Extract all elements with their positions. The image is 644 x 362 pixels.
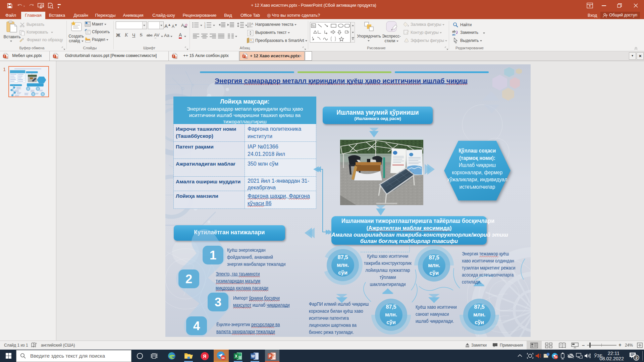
svg-text:ac: ac	[452, 33, 455, 36]
svg-text:P: P	[243, 55, 245, 58]
svg-text:56: 56	[221, 356, 225, 360]
svg-text:i: i	[548, 353, 548, 356]
svg-text:Я: Я	[203, 354, 206, 359]
svg-text:P: P	[269, 354, 271, 359]
svg-text:3: 3	[204, 26, 206, 28]
svg-text:X: X	[235, 354, 237, 359]
svg-text:А: А	[251, 22, 253, 25]
svg-text:P: P	[4, 55, 5, 58]
svg-text:2: 2	[636, 356, 638, 360]
svg-text:P: P	[54, 55, 55, 58]
svg-text:P: P	[173, 55, 174, 58]
svg-text:W: W	[251, 354, 255, 359]
svg-text:А: А	[181, 23, 184, 28]
